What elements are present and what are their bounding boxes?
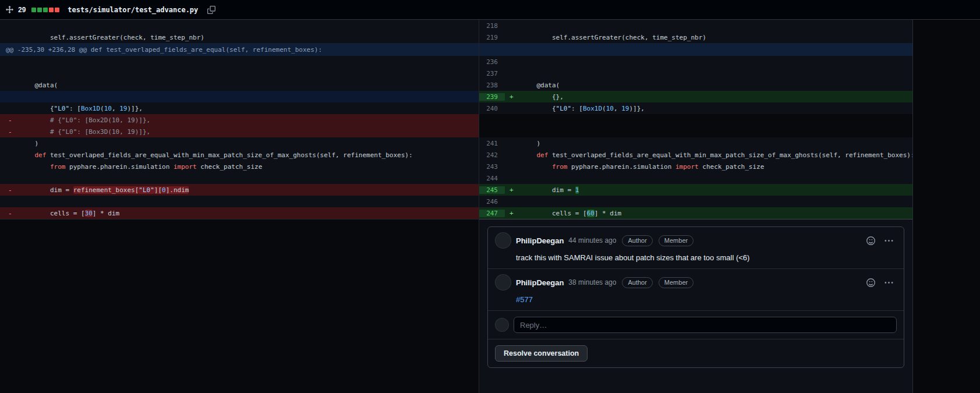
avatar[interactable] (495, 318, 509, 332)
file-header-bar: 29 tests/simulator/test_advance.py (0, 0, 980, 20)
code-line: @data( (19, 82, 479, 89)
author-badge: Author (622, 277, 652, 288)
line-number[interactable]: 244 (479, 175, 505, 182)
diff-right-pane: 218219 self.assertGreater(check, time_st… (479, 20, 913, 393)
review-thread-zone: PhilipDeegan 44 minutes ago Author Membe… (479, 219, 912, 375)
code-line: from pyphare.pharein.simulation import c… (19, 163, 479, 171)
comment-header: PhilipDeegan 38 minutes ago Author Membe… (488, 269, 904, 291)
left-pane-filler (0, 219, 479, 393)
file-path[interactable]: tests/simulator/test_advance.py (68, 6, 198, 14)
code-line: dim = refinement_boxes["L0"][0].ndim (19, 186, 479, 194)
diff-sign: - (0, 116, 19, 124)
avatar[interactable] (495, 232, 511, 249)
diffstat-block (55, 8, 59, 12)
code-line: from pyphare.pharein.simulation import c… (521, 163, 912, 171)
comment-header: PhilipDeegan 44 minutes ago Author Membe… (488, 227, 904, 249)
diffstat-block (31, 8, 36, 12)
comment-author[interactable]: PhilipDeegan (516, 236, 564, 245)
diff-row-right (479, 43, 912, 56)
diff-sign: + (505, 210, 521, 217)
line-number[interactable]: 239 (479, 93, 505, 101)
code-line: @data( (521, 82, 912, 89)
diff-sign: - (0, 128, 19, 136)
code-line: def test_overlaped_fields_are_equal_with… (19, 151, 479, 159)
line-number[interactable]: 218 (479, 22, 505, 30)
diff-row-right: 239+ {}, (479, 91, 912, 102)
diff-row-right: 241 ) (479, 137, 912, 149)
diff-row-right: 240 {"L0": [Box1D(10, 19)]}, (479, 102, 912, 114)
code-line: # {"L0": [Box3D(10, 19)]}, (19, 128, 479, 136)
reply-input[interactable] (514, 317, 897, 333)
comment-actions (866, 278, 897, 287)
comment-timestamp[interactable]: 38 minutes ago (568, 278, 616, 286)
diff-row-left: - # {"L0": [Box2D(10, 19)]}, (0, 114, 479, 126)
code-line: self.assertGreater(check, time_step_nbr) (521, 34, 912, 41)
diff-left-pane: self.assertGreater(check, time_step_nbr)… (0, 20, 479, 393)
line-number[interactable]: 245 (479, 186, 505, 194)
diff-row-right: 247+ cells = [60] * dim (479, 207, 912, 219)
diff-row-left: def test_overlaped_fields_are_equal_with… (0, 149, 479, 161)
line-number[interactable]: 237 (479, 70, 505, 77)
diffstat-block (37, 8, 42, 12)
code-line: ) (521, 140, 912, 147)
avatar[interactable] (495, 274, 511, 291)
diff-row-left (0, 172, 479, 184)
kebab-menu-icon[interactable] (885, 278, 893, 287)
line-number[interactable]: 241 (479, 140, 505, 147)
diffstat-block (43, 8, 48, 12)
diff-row-right (479, 126, 912, 137)
smiley-icon[interactable] (866, 236, 875, 245)
review-comment: PhilipDeegan 38 minutes ago Author Membe… (488, 268, 904, 310)
code-line: {"L0": [Box1D(10, 19)]}, (521, 105, 912, 112)
diff-row-right: 237 (479, 68, 912, 79)
kebab-menu-icon[interactable] (885, 236, 893, 245)
diff-row-right: 219 self.assertGreater(check, time_step_… (479, 31, 912, 43)
diff-row-left: - dim = refinement_boxes["L0"][0].ndim (0, 184, 479, 196)
diff-row-left: - # {"L0": [Box3D(10, 19)]}, (0, 126, 479, 137)
review-thread: PhilipDeegan 44 minutes ago Author Membe… (487, 226, 904, 368)
line-number[interactable]: 238 (479, 82, 505, 89)
diff-row-left: @@ -235,30 +236,28 @@ def test_overlaped… (0, 43, 479, 56)
diff-row-left: - cells = [30] * dim (0, 207, 479, 219)
author-badge: Author (622, 235, 652, 246)
code-line: {"L0": [Box1D(10, 19)]}, (19, 105, 479, 112)
line-number[interactable]: 246 (479, 198, 505, 206)
move-icon[interactable] (6, 6, 13, 13)
member-badge: Member (659, 235, 694, 246)
diff-sign: + (505, 186, 521, 194)
diff-row-left (0, 68, 479, 79)
resolve-conversation-button[interactable]: Resolve conversation (495, 345, 588, 362)
comment-author[interactable]: PhilipDeegan (516, 278, 564, 287)
issue-link[interactable]: #577 (488, 291, 904, 310)
diff-row-right: 244 (479, 172, 912, 184)
right-pane-filler (479, 375, 912, 393)
line-number[interactable]: 219 (479, 34, 505, 41)
diffstat-block (49, 8, 54, 12)
line-number[interactable]: 247 (479, 210, 505, 217)
code-line: cells = [30] * dim (19, 210, 479, 217)
code-line: def test_overlaped_fields_are_equal_with… (521, 151, 912, 159)
diff-row-left: from pyphare.pharein.simulation import c… (0, 161, 479, 172)
diff-row-left (0, 56, 479, 68)
hunk-header: @@ -235,30 +236,28 @@ def test_overlaped… (0, 46, 322, 54)
diff-right-rows: 218219 self.assertGreater(check, time_st… (479, 20, 912, 219)
code-line: # {"L0": [Box2D(10, 19)]}, (19, 116, 479, 124)
line-number[interactable]: 242 (479, 151, 505, 159)
code-line: self.assertGreater(check, time_step_nbr) (19, 34, 479, 41)
diff-row-left (0, 20, 479, 31)
diff-sign: + (505, 93, 521, 101)
comment-timestamp[interactable]: 44 minutes ago (568, 236, 616, 245)
split-diff: self.assertGreater(check, time_step_nbr)… (0, 20, 980, 393)
copy-icon[interactable] (207, 6, 215, 14)
line-number[interactable]: 240 (479, 105, 505, 112)
diff-row-left: ) (0, 137, 479, 149)
code-line: {}, (521, 93, 912, 101)
review-comment: PhilipDeegan 44 minutes ago Author Membe… (488, 227, 904, 268)
diff-row-left (0, 196, 479, 207)
line-number[interactable]: 236 (479, 58, 505, 66)
diff-row-right: 246 (479, 196, 912, 207)
changed-lines-count: 29 (18, 6, 26, 14)
line-number[interactable]: 243 (479, 163, 505, 171)
smiley-icon[interactable] (866, 278, 875, 287)
resolve-row: Resolve conversation (488, 339, 904, 367)
